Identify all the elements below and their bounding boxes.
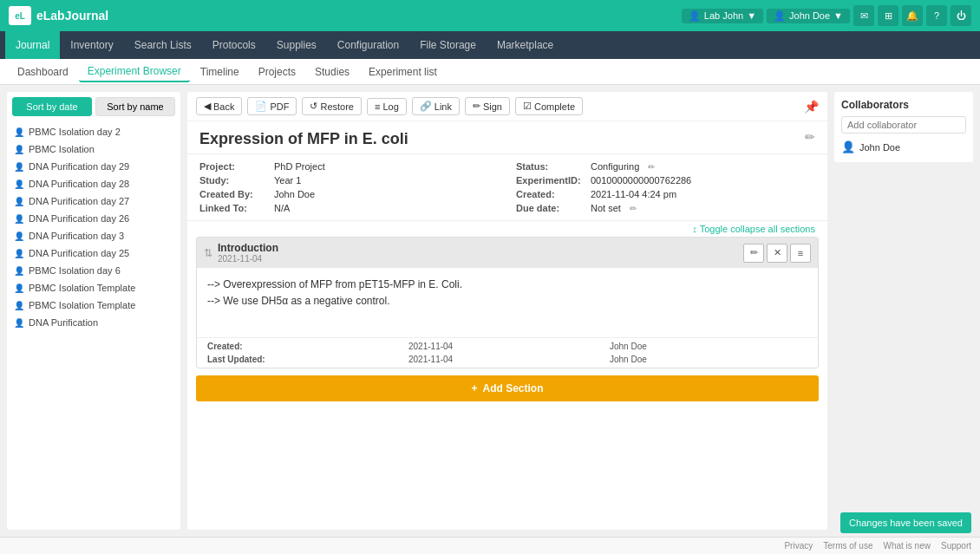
- linked-to-label: Linked To:: [199, 203, 269, 213]
- collaborators-title: Collaborators: [841, 99, 966, 111]
- list-item[interactable]: 👤PBMC Isolation: [7, 140, 180, 158]
- footer-terms[interactable]: Terms of use: [823, 541, 872, 551]
- back-icon: ◀: [204, 101, 211, 112]
- section-updated-date: 2021-11-04: [408, 355, 606, 364]
- footer-whats-new[interactable]: What is new: [884, 541, 931, 551]
- logo-icon: eL: [9, 6, 31, 25]
- menu-item-supplies[interactable]: Supplies: [266, 31, 327, 59]
- meta-created-by: Created By: John Doe: [199, 189, 499, 199]
- top-right-controls: 👤 Lab John ▼ 👤 John Doe ▼ ✉ ⊞ 🔔 ? ⏻: [682, 5, 971, 26]
- section-header: ⇅ Introduction 2021-11-04 ✏ ✕ ≡: [197, 238, 818, 268]
- lab-user-label: Lab John: [704, 10, 743, 21]
- list-item[interactable]: 👤DNA Purification day 27: [7, 192, 180, 210]
- experiment-icon: 👤: [14, 318, 24, 328]
- section-date: 2021-11-04: [218, 254, 278, 264]
- list-item[interactable]: 👤PBMC Isolation day 6: [7, 262, 180, 279]
- section-title: Introduction: [218, 242, 278, 254]
- experiment-icon: 👤: [14, 197, 24, 206]
- section-actions: ✏ ✕ ≡: [743, 244, 811, 263]
- due-date-edit-icon[interactable]: ✏: [630, 204, 637, 213]
- menu-item-file-storage[interactable]: File Storage: [409, 31, 487, 59]
- add-section-button[interactable]: + Add Section: [196, 375, 819, 401]
- meta-status: Status: Configuring ✏: [516, 161, 815, 172]
- back-button[interactable]: ◀ Back: [196, 97, 242, 115]
- status-edit-icon[interactable]: ✏: [648, 162, 655, 172]
- complete-button[interactable]: ☑ Complete: [515, 97, 583, 115]
- experiment-header: Expression of MFP in E. coli ✏: [187, 121, 827, 154]
- sort-by-name-button[interactable]: Sort by name: [95, 97, 175, 116]
- menu-item-marketplace[interactable]: Marketplace: [487, 31, 564, 59]
- question-button[interactable]: ?: [926, 5, 947, 26]
- logo-area: eL eLabJournal: [9, 6, 108, 25]
- restore-button[interactable]: ↺ Restore: [302, 97, 362, 115]
- section-line2: --> We use DH5α as a negative control.: [207, 293, 807, 310]
- menu-item-protocols[interactable]: Protocols: [202, 31, 266, 59]
- menu-item-inventory[interactable]: Inventory: [60, 31, 123, 59]
- footer-support[interactable]: Support: [941, 541, 971, 551]
- meta-project: Project: PhD Project: [199, 161, 499, 172]
- toggle-collapse-button[interactable]: ↕ Toggle collapse all sections: [187, 221, 827, 237]
- pin-icon[interactable]: 📌: [804, 100, 819, 114]
- menu-item-journal[interactable]: Journal: [5, 31, 60, 59]
- link-button[interactable]: 🔗 Link: [412, 97, 460, 115]
- log-icon: ≡: [375, 101, 380, 112]
- power-button[interactable]: ⏻: [951, 5, 971, 26]
- list-item[interactable]: 👤DNA Purification day 26: [7, 210, 180, 227]
- section-line1: --> Overexpression of MFP from pET15-MFP…: [207, 277, 807, 293]
- list-item[interactable]: 👤DNA Purification day 25: [7, 244, 180, 262]
- list-item[interactable]: 👤PBMC Isolation day 2: [7, 123, 180, 140]
- experiment-metadata: Project: PhD Project Status: Configuring…: [187, 154, 827, 221]
- sub-menu-studies[interactable]: Studies: [306, 62, 358, 81]
- list-item[interactable]: 👤DNA Purification: [7, 314, 180, 331]
- list-item[interactable]: 👤DNA Purification day 3: [7, 227, 180, 244]
- meta-linked-to: Linked To: N/A: [199, 203, 499, 213]
- menu-item-search-lists[interactable]: Search Lists: [124, 31, 202, 59]
- main-content: ◀ Back 📄 PDF ↺ Restore ≡ Log 🔗 Link ✏ Si: [187, 92, 827, 530]
- lab-user-badge[interactable]: 👤 Lab John ▼: [682, 9, 763, 23]
- main-menu: Journal Inventory Search Lists Protocols…: [0, 31, 980, 59]
- envelope-button[interactable]: ✉: [853, 5, 874, 26]
- section-created-date: 2021-11-04: [408, 342, 606, 351]
- user-badge[interactable]: 👤 John Doe ▼: [767, 9, 850, 23]
- section-created-user: John Doe: [610, 342, 807, 351]
- sub-menu-dashboard[interactable]: Dashboard: [9, 62, 77, 81]
- sign-button[interactable]: ✏ Sign: [465, 97, 510, 115]
- experiment-icon: 👤: [14, 145, 24, 154]
- list-item[interactable]: 👤PBMC Isolation Template: [7, 297, 180, 314]
- sub-menu-timeline[interactable]: Timeline: [192, 62, 248, 81]
- due-date-label: Due date:: [516, 203, 585, 213]
- bell-button[interactable]: 🔔: [902, 5, 923, 26]
- sub-menu: Dashboard Experiment Browser Timeline Pr…: [0, 59, 980, 85]
- sub-menu-experiment-list[interactable]: Experiment list: [360, 62, 446, 81]
- study-value: Year 1: [274, 175, 301, 186]
- drag-handle-icon[interactable]: ⇅: [204, 247, 212, 259]
- edit-title-icon[interactable]: ✏: [805, 130, 815, 144]
- section-delete-button[interactable]: ✕: [767, 244, 787, 263]
- sign-icon: ✏: [473, 101, 480, 112]
- restore-icon: ↺: [310, 101, 317, 112]
- list-item[interactable]: 👤DNA Purification day 28: [7, 175, 180, 192]
- experiment-icon: 👤: [14, 266, 24, 276]
- section-edit-button[interactable]: ✏: [743, 244, 764, 263]
- section-updated-user: John Doe: [610, 355, 807, 364]
- pdf-button[interactable]: 📄 PDF: [247, 97, 297, 115]
- footer-privacy[interactable]: Privacy: [784, 541, 813, 551]
- experiment-icon: 👤: [14, 162, 24, 172]
- experiment-toolbar: ◀ Back 📄 PDF ↺ Restore ≡ Log 🔗 Link ✏ Si: [187, 92, 827, 121]
- experiment-icon: 👤: [14, 284, 24, 293]
- log-button[interactable]: ≡ Log: [367, 98, 407, 115]
- grid-button[interactable]: ⊞: [878, 5, 898, 26]
- sub-menu-experiment-browser[interactable]: Experiment Browser: [79, 62, 190, 82]
- left-sidebar: Sort by date Sort by name 👤PBMC Isolatio…: [7, 92, 180, 530]
- changes-saved-toast: Changes have been saved: [840, 512, 971, 533]
- status-label: Status:: [516, 161, 585, 172]
- sort-by-date-button[interactable]: Sort by date: [12, 97, 92, 116]
- list-item[interactable]: 👤DNA Purification day 29: [7, 158, 180, 175]
- experiment-id-label: ExperimentID:: [516, 175, 585, 186]
- sub-menu-projects[interactable]: Projects: [250, 62, 304, 81]
- section-updated-label: Last Updated:: [207, 355, 405, 364]
- menu-item-configuration[interactable]: Configuration: [327, 31, 409, 59]
- section-menu-button[interactable]: ≡: [790, 244, 811, 263]
- add-collaborator-input[interactable]: [841, 116, 966, 134]
- list-item[interactable]: 👤PBMC Isolation Template: [7, 279, 180, 297]
